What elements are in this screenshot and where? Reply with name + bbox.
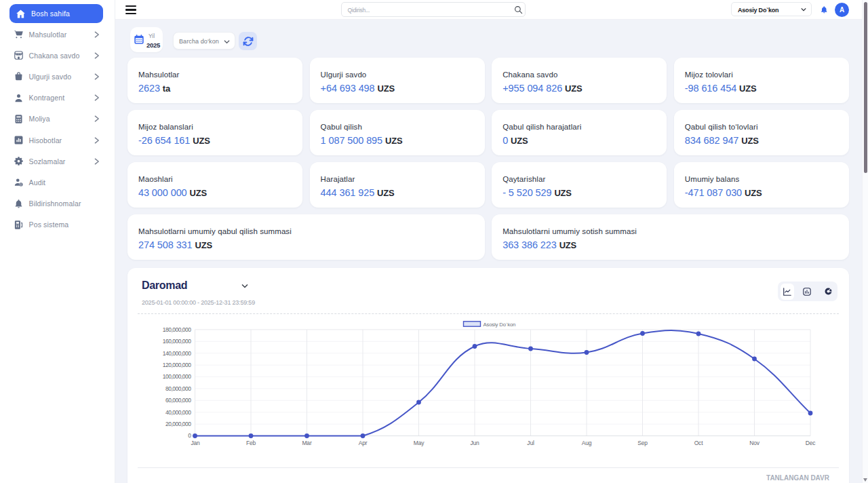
svg-text:Oct: Oct — [694, 440, 703, 446]
svg-text:Mar: Mar — [302, 440, 311, 446]
svg-text:Nov: Nov — [749, 440, 760, 446]
svg-text:Asosiy Do`kon: Asosiy Do`kon — [484, 322, 516, 328]
svg-text:0: 0 — [188, 432, 191, 439]
svg-text:May: May — [414, 440, 425, 446]
svg-text:60,000,000: 60,000,000 — [165, 397, 191, 404]
svg-text:140,000,000: 140,000,000 — [163, 350, 192, 357]
svg-text:Apr: Apr — [359, 440, 368, 446]
svg-text:Feb: Feb — [246, 440, 256, 446]
svg-text:120,000,000: 120,000,000 — [163, 362, 192, 368]
svg-text:160,000,000: 160,000,000 — [163, 338, 192, 345]
svg-text:Sep: Sep — [637, 440, 648, 446]
svg-text:80,000,000: 80,000,000 — [165, 385, 191, 392]
svg-text:Aug: Aug — [582, 440, 592, 446]
svg-text:Jun: Jun — [470, 440, 479, 446]
svg-text:20,000,000: 20,000,000 — [165, 421, 191, 427]
svg-text:Jul: Jul — [527, 440, 534, 446]
svg-text:100,000,000: 100,000,000 — [163, 373, 192, 380]
svg-text:40,000,000: 40,000,000 — [165, 409, 191, 416]
svg-text:Jan: Jan — [191, 440, 200, 446]
svg-text:180,000,000: 180,000,000 — [163, 326, 192, 333]
svg-text:Dec: Dec — [806, 440, 816, 446]
